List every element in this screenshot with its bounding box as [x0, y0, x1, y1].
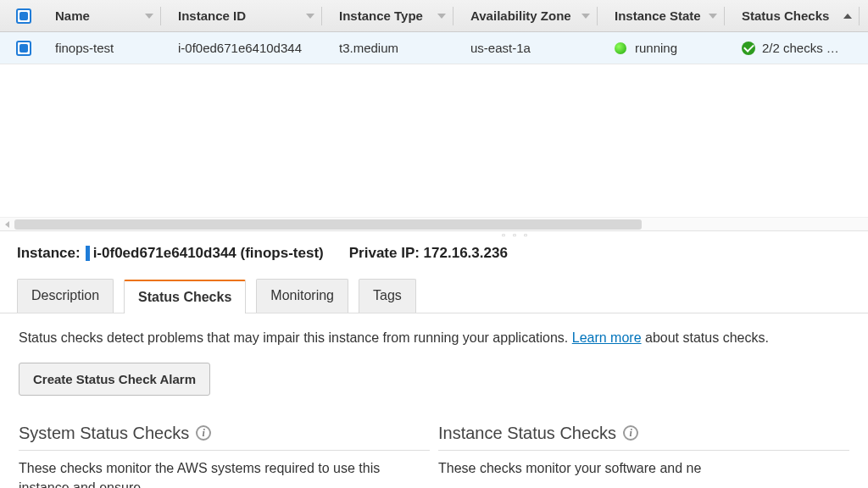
state-running-icon — [615, 42, 626, 54]
table-empty-space — [0, 64, 868, 217]
resize-grip-icon[interactable]: ▫ ▫ ▫ — [502, 230, 530, 240]
row-instance-type: t3.medium — [339, 41, 398, 55]
sort-asc-icon — [843, 14, 852, 19]
check-ok-icon — [742, 42, 755, 55]
instance-status-checks-section: Instance Status Checks These checks moni… — [438, 421, 849, 488]
header-name[interactable]: Name — [47, 0, 170, 31]
header-instance-type-label: Instance Type — [339, 8, 423, 23]
create-status-check-alarm-button[interactable]: Create Status Check Alarm — [19, 363, 210, 396]
row-name: finops-test — [55, 41, 114, 55]
tab-description[interactable]: Description — [17, 279, 114, 313]
table-row[interactable]: finops-test i-0f0ed671e6410d344 t3.mediu… — [0, 32, 868, 64]
learn-more-link[interactable]: Learn more — [572, 330, 642, 345]
selection-bar-icon — [86, 246, 90, 261]
system-status-checks-section: System Status Checks These checks monito… — [19, 421, 430, 488]
tab-status-checks[interactable]: Status Checks — [124, 280, 246, 313]
info-icon[interactable] — [196, 425, 211, 441]
header-instance-type[interactable]: Instance Type — [331, 0, 462, 31]
instance-label: Instance: — [17, 245, 81, 262]
checkbox-icon — [16, 41, 31, 56]
sort-icon — [145, 14, 153, 19]
sort-icon — [581, 14, 590, 19]
info-icon[interactable] — [623, 425, 638, 441]
scroll-left-icon — [5, 221, 9, 228]
checkbox-icon — [16, 8, 31, 24]
status-checks-panel: Status checks detect problems that may i… — [0, 313, 868, 488]
instances-table-header: Name Instance ID Instance Type Availabil… — [0, 0, 868, 32]
header-az-label: Availability Zone — [470, 8, 571, 23]
instance-section-title: Instance Status Checks — [438, 421, 616, 445]
row-instance-id: i-0f0ed671e6410d344 — [178, 41, 302, 55]
sort-icon — [709, 14, 717, 19]
sort-icon — [306, 14, 314, 19]
header-name-label: Name — [55, 8, 90, 23]
header-instance-state[interactable]: Instance State — [606, 0, 733, 31]
detail-tabs: Description Status Checks Monitoring Tag… — [0, 267, 868, 313]
row-state: running — [635, 41, 677, 55]
scroll-thumb[interactable] — [14, 219, 642, 230]
header-instance-id[interactable]: Instance ID — [170, 0, 331, 31]
row-az: us-east-1a — [470, 41, 531, 55]
private-ip: Private IP: 172.16.3.236 — [349, 245, 508, 262]
header-instance-id-label: Instance ID — [178, 8, 246, 23]
row-status-checks: 2/2 checks … — [762, 41, 839, 55]
row-select[interactable] — [0, 32, 47, 64]
tab-tags[interactable]: Tags — [359, 279, 416, 313]
header-select-all[interactable] — [0, 0, 47, 31]
horizontal-scrollbar[interactable] — [0, 217, 868, 230]
header-state-label: Instance State — [615, 8, 701, 23]
sort-icon — [437, 14, 446, 19]
instance-section-desc: These checks monitor your software and n… — [438, 459, 849, 478]
status-description: Status checks detect problems that may i… — [19, 329, 849, 347]
header-availability-zone[interactable]: Availability Zone — [462, 0, 606, 31]
instance-title: i-0f0ed671e6410d344 (finops-test) — [93, 245, 324, 262]
system-section-desc: These checks monitor the AWS systems req… — [19, 459, 430, 488]
detail-header: ▫ ▫ ▫ Instance: i-0f0ed671e6410d344 (fin… — [0, 230, 868, 267]
header-sc-label: Status Checks — [742, 8, 829, 23]
header-status-checks[interactable]: Status Checks — [733, 0, 868, 31]
system-section-title: System Status Checks — [19, 421, 189, 445]
tab-monitoring[interactable]: Monitoring — [256, 279, 348, 313]
